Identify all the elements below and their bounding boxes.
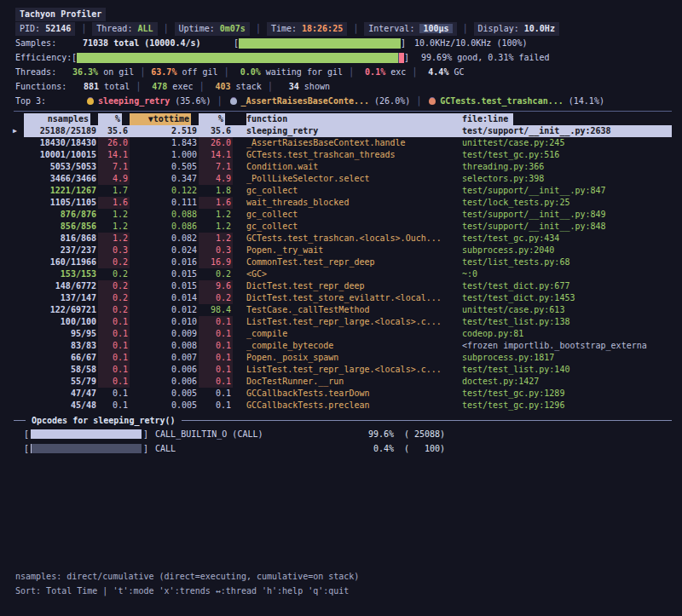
efficiency-bar — [77, 53, 404, 63]
table-row[interactable]: 100/1000.10.0100.1ListTest.test_repr_lar… — [24, 316, 672, 328]
cell-tottime: 2.519 — [130, 125, 199, 137]
cell-nsamples: 10001/10015 — [24, 149, 98, 161]
cell-nsamples: 816/868 — [24, 233, 98, 245]
table-row[interactable]: 876/8761.20.0881.2gc_collecttest/support… — [24, 209, 672, 221]
cell-direct-pct: 7.1 — [98, 161, 130, 173]
table-row[interactable]: 1105/11051.60.1111.6wait_threads_blocked… — [24, 197, 672, 209]
table-row[interactable]: 148/67720.20.0159.6DictTest.test_repr_de… — [24, 280, 672, 292]
cell-function: Condition.wait — [246, 161, 462, 173]
cell-function: _compile_bytecode — [246, 340, 462, 352]
cell-file-line: subprocess.py:2040 — [462, 245, 672, 256]
opcode-count: ( 25088) — [394, 427, 445, 441]
table-row[interactable]: 5053/50537.10.5057.1Condition.waitthread… — [24, 161, 672, 173]
cell-nsamples: 18430/18430 — [24, 137, 98, 149]
cell-direct-pct: 0.1 — [98, 364, 130, 376]
table-row[interactable]: 55/790.10.0060.1DocTestRunner.__rundocte… — [24, 376, 672, 388]
table-row[interactable]: 45/480.10.0050.1GCCallbackTests.preclean… — [24, 400, 672, 412]
table-row[interactable]: 237/2370.30.0240.3Popen._try_waitsubproc… — [24, 245, 672, 256]
table-row[interactable]: 47/470.10.0050.1GCCallbackTests.tearDown… — [24, 388, 672, 400]
table-row[interactable]: 66/670.10.0070.1Popen._posix_spawnsubpro… — [24, 352, 672, 364]
functions-label: Functions: — [15, 79, 78, 94]
divider: │ — [75, 21, 92, 36]
cell-nsamples: 58/58 — [24, 364, 98, 376]
opcode-pct: 99.6% — [355, 427, 394, 441]
thread-field[interactable]: Thread: ALL — [92, 22, 157, 36]
bar-bracket: ] — [143, 441, 148, 456]
bar-bracket: ] — [401, 36, 406, 50]
cell-direct-pct: 0.1 — [98, 352, 130, 364]
top3-line: Top 3:sleeping_retry (35.6%)│_AssertRais… — [0, 94, 682, 108]
table-row[interactable]: 83/830.10.0080.1_compile_bytecode<frozen… — [24, 340, 672, 352]
cell-cumulative-pct: 98.4 — [199, 304, 233, 316]
cell-direct-pct: 1.2 — [98, 233, 130, 245]
waiting-gil-label: waiting for gil — [261, 65, 343, 79]
cell-direct-pct: 1.6 — [98, 197, 130, 209]
header-function[interactable]: function — [246, 113, 462, 125]
display-label: Display: — [478, 24, 519, 33]
cell-file-line: <frozen importlib._bootstrap_externa — [462, 340, 672, 352]
cell-nsamples: 83/83 — [24, 340, 98, 352]
waiting-gil-value: 0.0% — [235, 65, 261, 79]
cell-direct-pct: 0.2 — [98, 256, 130, 268]
interval-field[interactable]: Interval: 100µs — [364, 22, 456, 36]
cell-gap — [233, 161, 246, 173]
functions-exec-label: exec — [167, 79, 193, 94]
table-row[interactable]: ▶25188/2518935.62.51935.6sleeping_retryt… — [24, 125, 672, 137]
cell-tottime: 0.015 — [130, 280, 199, 292]
opcodes-separator: Opcodes for sleeping_retry() — [14, 414, 672, 427]
table-row[interactable]: 160/119660.20.01616.9CommonTest.test_rep… — [24, 256, 672, 268]
table-row[interactable]: 816/8681.20.0821.2GCTests.test_trashcan.… — [24, 233, 672, 245]
table-row[interactable]: 18430/1843026.01.84326.0_AssertRaisesBas… — [24, 137, 672, 149]
gc-label: GC — [448, 65, 464, 79]
divider: │ — [134, 65, 151, 79]
cell-tottime: 0.005 — [130, 388, 199, 400]
cell-file-line: codeop.py:81 — [462, 328, 672, 340]
cell-gap — [233, 268, 246, 280]
threads-line: Threads:36.3% on gil│63.7% off gil│ 0.0%… — [0, 65, 682, 79]
table-row[interactable]: 153/1530.20.0150.2<GC>~:0 — [24, 268, 672, 280]
cell-tottime: 0.014 — [130, 292, 199, 304]
header-direct-pct[interactable]: % — [98, 113, 122, 125]
separator-line — [182, 420, 672, 421]
table-row[interactable]: 1221/12671.70.1221.8gc_collecttest/suppo… — [24, 185, 672, 197]
cell-nsamples: 237/237 — [24, 245, 98, 256]
cell-nsamples: 1105/1105 — [24, 197, 98, 209]
table-row[interactable]: 10001/1001514.11.00014.1GCTests.test_tra… — [24, 149, 672, 161]
cell-tottime: 0.088 — [130, 209, 199, 221]
table-row[interactable]: 3466/34664.90.3474.9_PollLikeSelector.se… — [24, 173, 672, 185]
cell-gap — [233, 256, 246, 268]
cell-cumulative-pct: 1.6 — [199, 197, 233, 209]
cell-function: TestCase._callTestMethod — [246, 304, 462, 316]
header-file-line[interactable]: file:line — [462, 113, 672, 125]
page-title: Tachyon Profiler — [15, 8, 106, 21]
table-row[interactable]: 137/1470.20.0140.2DictTest.test_store_ev… — [24, 292, 672, 304]
opcodes-title: Opcodes for sleeping_retry() — [26, 416, 182, 425]
interval-label: Interval: — [368, 24, 414, 33]
header-nsamples[interactable]: nsamples — [24, 113, 90, 125]
cell-cumulative-pct: 0.2 — [199, 292, 233, 304]
cell-cumulative-pct: 0.3 — [199, 245, 233, 256]
header-cumulative-pct[interactable]: % — [199, 113, 225, 125]
top3-function: GCTests.test_trashcan... — [440, 94, 564, 108]
table-row[interactable]: 95/950.10.0090.1_compilecodeop.py:81 — [24, 328, 672, 340]
status-line: PID: 52146│Thread: ALL│Uptime: 0m07s│Tim… — [0, 21, 682, 36]
samples-label: Samples: — [15, 36, 72, 50]
separator-line — [14, 420, 26, 421]
divider: │ — [250, 21, 267, 36]
cell-gap — [233, 125, 246, 137]
header-tottime-sorted[interactable]: ▼tottime — [130, 113, 191, 125]
opcode-row: []CALL_BUILTIN_O (CALL)99.6%( 25088) — [0, 427, 682, 441]
cell-tottime: 0.505 — [130, 161, 199, 173]
cell-file-line: test/support/__init__.py:2638 — [462, 125, 672, 137]
cell-function: GCCallbackTests.preclean — [246, 400, 462, 412]
pid-value: 52146 — [45, 24, 71, 33]
cell-file-line: test/lock_tests.py:25 — [462, 197, 672, 209]
table-row[interactable]: 122/697210.20.01298.4TestCase._callTestM… — [24, 304, 672, 316]
cell-tottime: 1.843 — [130, 137, 199, 149]
divider: │ — [158, 21, 175, 36]
table-row[interactable]: 58/580.10.0060.1ListTest.test_repr_large… — [24, 364, 672, 376]
opcode-row: []CALL0.4%( 100) — [0, 441, 682, 456]
cell-direct-pct: 1.2 — [98, 221, 130, 233]
table-row[interactable]: 856/8561.20.0861.2gc_collecttest/support… — [24, 221, 672, 233]
cell-tottime: 0.347 — [130, 173, 199, 185]
